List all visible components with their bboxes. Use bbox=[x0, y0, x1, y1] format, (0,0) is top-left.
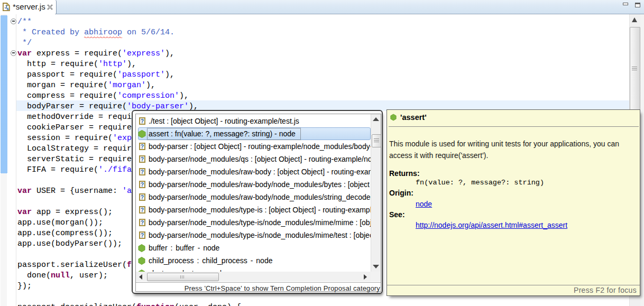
svg-text:s: s bbox=[6, 6, 9, 11]
